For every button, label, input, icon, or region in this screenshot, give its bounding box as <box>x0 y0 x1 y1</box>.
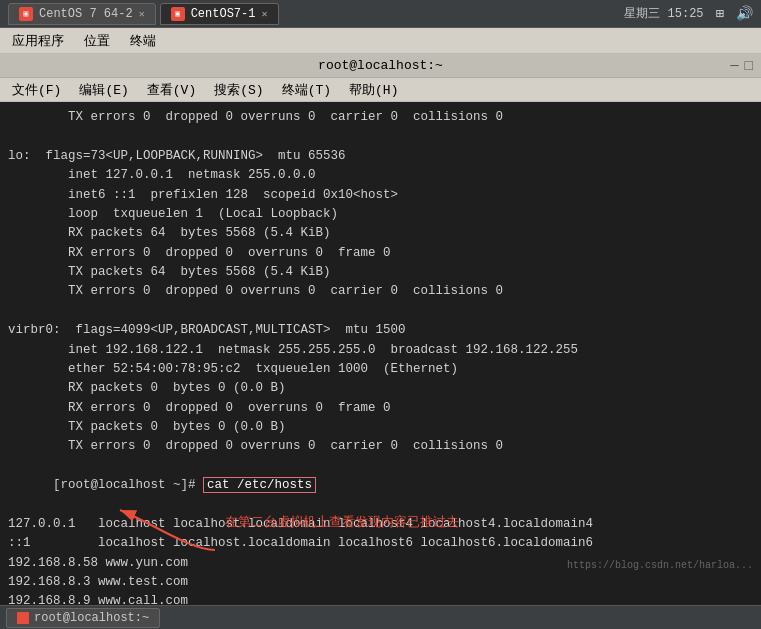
line-blank1 <box>8 127 753 146</box>
line-lo-flags: lo: flags=73<UP,LOOPBACK,RUNNING> mtu 65… <box>8 147 753 166</box>
tab-centos2[interactable]: ▣ CentOS 7 64-2 ✕ <box>8 3 156 25</box>
hosts-line4: 192.168.8.3 www.test.com <box>8 573 753 592</box>
menu-terminal-sub[interactable]: 终端(T) <box>274 79 339 101</box>
terminal-title-text: root@localhost:~ <box>318 58 443 73</box>
line-lo-inet: inet 127.0.0.1 netmask 255.0.0.0 <box>8 166 753 185</box>
annotation-arrow <box>110 502 220 557</box>
annotation-container: 在第二台虚拟机上查看发现内容已推过去 <box>225 512 459 533</box>
system-bar: ▣ CentOS 7 64-2 ✕ ▣ CentOS7-1 ✕ 星期三 15:2… <box>0 0 761 28</box>
network-icon: ⊞ <box>716 5 724 22</box>
datetime-label: 星期三 15:25 <box>624 5 703 22</box>
line-virbr0-tx-packets: TX packets 0 bytes 0 (0.0 B) <box>8 418 753 437</box>
vm-icon: ▣ <box>19 7 33 21</box>
tab-centos2-label: CentOS 7 64-2 <box>39 7 133 21</box>
taskbar: root@localhost:~ <box>0 605 761 629</box>
line-virbr0-inet: inet 192.168.122.1 netmask 255.255.255.0… <box>8 341 753 360</box>
line-virbr0-flags: virbr0: flags=4099<UP,BROADCAST,MULTICAS… <box>8 321 753 340</box>
line-virbr0-tx-errors: TX errors 0 dropped 0 overruns 0 carrier… <box>8 437 753 456</box>
menu-apps[interactable]: 应用程序 <box>4 30 72 52</box>
terminal-menu-bar: 文件(F) 编辑(E) 查看(V) 搜索(S) 终端(T) 帮助(H) <box>0 78 761 102</box>
taskbar-item-label: root@localhost:~ <box>34 611 149 625</box>
terminal-window: root@localhost:~ ─ □ 文件(F) 编辑(E) 查看(V) 搜… <box>0 54 761 605</box>
maximize-button[interactable]: □ <box>745 58 753 74</box>
line-lo-loop: loop txqueuelen 1 (Local Loopback) <box>8 205 753 224</box>
line-virbr0-rx-packets: RX packets 0 bytes 0 (0.0 B) <box>8 379 753 398</box>
taskbar-terminal-item[interactable]: root@localhost:~ <box>6 608 160 628</box>
line-blank2 <box>8 302 753 321</box>
prompt-text: [root@localhost ~]# <box>53 478 203 492</box>
watermark: https://blog.csdn.net/harloa... <box>567 558 753 574</box>
line-rx-packets: RX packets 64 bytes 5568 (5.4 KiB) <box>8 224 753 243</box>
tab-centos1[interactable]: ▣ CentOS7-1 ✕ <box>160 3 279 25</box>
terminal-title-bar: root@localhost:~ ─ □ <box>0 54 761 78</box>
cmd-box: cat /etc/hosts <box>203 477 316 493</box>
menu-help[interactable]: 帮助(H) <box>341 79 406 101</box>
annotation-text: 在第二台虚拟机上查看发现内容已推过去 <box>225 514 459 529</box>
hosts-line5: 192.168.8.9 www.call.com <box>8 592 753 605</box>
tab-bar: ▣ CentOS 7 64-2 ✕ ▣ CentOS7-1 ✕ <box>8 3 279 25</box>
line-tx-packets: TX packets 64 bytes 5568 (5.4 KiB) <box>8 263 753 282</box>
line-virbr0-ether: ether 52:54:00:78:95:c2 txqueuelen 1000 … <box>8 360 753 379</box>
terminal-content: TX errors 0 dropped 0 overruns 0 carrier… <box>0 102 761 605</box>
line-lo-inet6: inet6 ::1 prefixlen 128 scopeid 0x10<hos… <box>8 186 753 205</box>
line-virbr0-rx-errors: RX errors 0 dropped 0 overruns 0 frame 0 <box>8 399 753 418</box>
menu-locations[interactable]: 位置 <box>76 30 118 52</box>
line-tx-errors2: TX errors 0 dropped 0 overruns 0 carrier… <box>8 282 753 301</box>
minimize-button[interactable]: ─ <box>730 58 738 74</box>
menu-edit[interactable]: 编辑(E) <box>71 79 136 101</box>
menu-file[interactable]: 文件(F) <box>4 79 69 101</box>
menu-search[interactable]: 搜索(S) <box>206 79 271 101</box>
taskbar-icon <box>17 612 29 624</box>
menu-terminal[interactable]: 终端 <box>122 30 164 52</box>
app-menu-bar: 应用程序 位置 终端 <box>0 28 761 54</box>
volume-icon: 🔊 <box>736 5 753 22</box>
menu-view[interactable]: 查看(V) <box>139 79 204 101</box>
line-rx-errors: RX errors 0 dropped 0 overruns 0 frame 0 <box>8 244 753 263</box>
tab-close-icon[interactable]: ✕ <box>139 8 145 20</box>
vm-icon2: ▣ <box>171 7 185 21</box>
tab-centos1-label: CentOS7-1 <box>191 7 256 21</box>
tab-close-icon2[interactable]: ✕ <box>261 8 267 20</box>
system-tray: 星期三 15:25 ⊞ 🔊 <box>624 5 753 22</box>
window-controls: ─ □ <box>730 58 753 74</box>
line-tx-errors: TX errors 0 dropped 0 overruns 0 carrier… <box>8 108 753 127</box>
